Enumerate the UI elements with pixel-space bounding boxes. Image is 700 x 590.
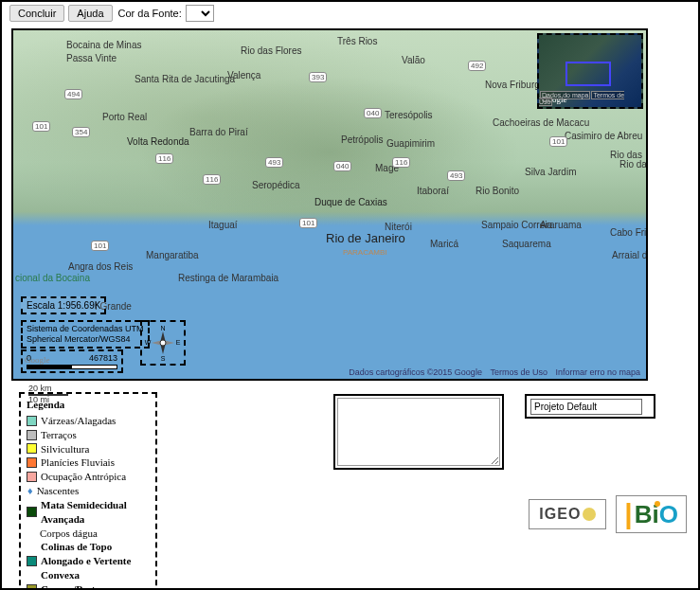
city-angra: Angra dos Reis [68,261,133,272]
svg-text:W: W [145,339,152,346]
legend-item: Planícies Fluviais [27,456,150,470]
city-porto-real: Porto Real [102,112,147,122]
toolbar: Concluir Ajuda Cor da Fonte: [2,2,698,25]
map[interactable]: Bocaina de Minas Passa Vinte Rio das Flo… [11,28,648,381]
city-sampaio: Sampaio Correia [481,220,552,230]
description-textarea[interactable] [337,398,500,466]
legend-label: Corpos dágua [40,527,98,541]
city-paracambi: PARACAMBI [343,248,387,257]
igeo-text: IGEO [539,506,581,523]
compass-box[interactable]: N S W E [140,320,186,366]
road-116b: 116 [203,174,221,185]
swatch-icon [27,443,37,454]
minimap-links: Dados do mapaTermos de Uso [539,92,639,105]
legend-label: Colinas de Topo Alongado e Vertente Conv… [41,540,150,582]
city-marica: Maricá [430,239,458,249]
legend-item: Colinas de Topo Alongado e Vertente Conv… [27,540,150,582]
legend-item: Várzeas/Alagadas [27,414,150,428]
road-494: 494 [64,89,82,99]
city-itaguai: Itaguaí [208,220,238,230]
legend-label: Ocupação Antrópica [41,470,126,484]
city-guapimirim: Guapimirim [386,138,435,149]
legend-label: Mata Semidecidual Avançada [41,498,150,527]
legend-item: Corpos dágua [27,527,150,541]
city-arraial: Arraial do Cabo [612,250,648,260]
city-cabo-frio: Cabo Frio [610,227,648,238]
city-casimiro: Casimiro de Abreu [565,131,642,141]
road-101a: 101 [299,218,317,228]
city-restinga: Restinga de Marambaia [178,273,278,283]
city-volta-redonda: Volta Redonda [127,136,189,147]
city-valenca: Valença [227,70,260,80]
city-barra-pirai: Barra do Piraí [189,127,248,137]
crs-box[interactable]: Sistema de Coordenadas UTM Spherical Mer… [21,320,150,349]
city-bocaina: Bocaina de Minas [66,40,142,50]
magnifier-icon [583,508,596,521]
road-116a: 116 [155,153,173,164]
legend-title: Legenda [27,398,150,412]
svg-point-6 [160,340,166,346]
road-354: 354 [72,127,90,137]
road-493b: 493 [447,170,465,181]
description-box [333,394,504,470]
legend[interactable]: Legenda Várzeas/Alagadas Terraços Silvic… [19,392,157,590]
map-attribution: Dados cartográficos ©2015 Google [349,367,482,377]
compass-rose-icon: N S W E [144,324,182,362]
city-valao: Valão [402,55,425,65]
legend-item: ♦Nascentes [27,484,150,498]
google-logo-text: Google [25,356,64,366]
legend-item: Mata Semidecidual Avançada [27,498,150,527]
city-teresopolis: Teresópolis [385,110,433,120]
minimap[interactable]: Google Dados do mapaTermos de Uso [537,33,643,109]
road-393: 393 [309,72,327,82]
ajuda-button[interactable]: Ajuda [68,5,112,22]
swatch-icon [27,430,37,440]
city-passa-vinte: Passa Vinte [66,53,117,63]
font-color-label: Cor da Fonte: [118,8,182,19]
road-492: 492 [468,61,486,71]
minimap-viewport[interactable] [565,62,611,86]
legend-label: Terraços [41,428,77,442]
swatch-icon [27,416,37,426]
road-101b: 101 [549,136,567,147]
map-erro-link[interactable]: Informar erro no mapa [555,367,640,377]
road-101d: 101 [91,241,109,251]
city-nova-friburgo: Nova Friburgo [485,80,545,90]
scale-text-box[interactable]: Escala 1:956.69K [21,296,106,314]
road-493: 493 [265,157,283,168]
svg-text:E: E [176,339,181,346]
city-niteroi: Niterói [385,222,412,232]
city-rio-de-janeiro: Rio de Janeiro [326,231,405,245]
road-116c: 116 [392,157,410,168]
map-termos-link[interactable]: Termos de Uso [490,367,547,377]
city-itaborai: Itaboraí [417,186,449,196]
concluir-button[interactable]: Concluir [9,5,64,22]
city-petropolis: Petrópolis [341,134,383,145]
city-tres-rios: Três Rios [337,36,377,46]
city-seropedica: Seropédica [252,180,300,190]
svg-text:N: N [160,325,165,331]
legend-label: Campo/Pasto [41,582,100,590]
bar-icon: | [624,500,632,528]
road-040b: 040 [364,108,382,118]
map-footer: Dados cartográficos ©2015 Google Termos … [343,367,640,377]
swatch-icon [27,472,37,482]
city-cachoeiras: Cachoeiras de Macacu [493,117,589,128]
project-name-input[interactable] [530,399,642,415]
city-silva-jardim: Silva Jardim [525,167,576,177]
swatch-icon [27,556,37,566]
logos: IGEO | B i O [529,495,687,533]
swatch-icon [27,584,37,590]
legend-label: Silvicultura [41,442,89,456]
city-duque-caxias: Duque de Caxias [314,197,387,207]
legend-item: Terraços [27,428,150,442]
legend-item: Silvicultura [27,442,150,456]
project-box [525,394,655,419]
city-santa-rita: Santa Rita de Jacutinga [135,74,235,84]
legend-label: Nascentes [37,484,80,498]
legend-label: Planícies Fluviais [41,456,115,470]
logo-igeo: IGEO [529,499,606,529]
ibio-b: B [635,502,653,527]
park-bocaina: cional da Bocaina [15,273,90,283]
font-color-select[interactable] [186,5,214,22]
